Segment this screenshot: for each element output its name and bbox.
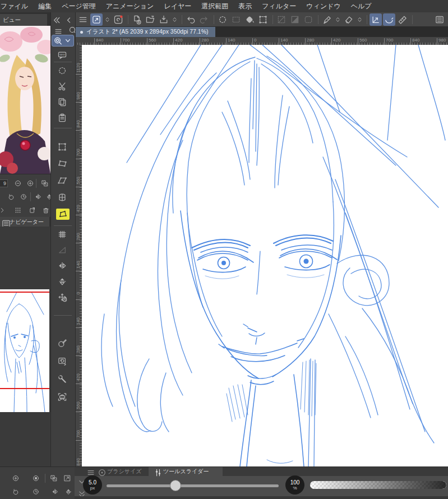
menu-item-3[interactable]: アニメーション bbox=[101, 2, 159, 11]
strip-paste-button[interactable] bbox=[55, 111, 70, 124]
toolbar-fill-area-button[interactable] bbox=[243, 13, 256, 26]
strip-window-sync-button[interactable] bbox=[55, 354, 70, 368]
navigator-tab[interactable]: ナビゲーター bbox=[0, 217, 49, 227]
toolbar-chevrons-button[interactable] bbox=[356, 13, 363, 26]
strip-tri-gradient-button[interactable] bbox=[55, 243, 70, 257]
toolbar-snap-ruler-angle-button[interactable] bbox=[370, 13, 382, 26]
tab-tool-slider[interactable]: ツールスライダー bbox=[149, 467, 223, 476]
strip-mesh-button[interactable] bbox=[55, 191, 70, 204]
toolbar-clip-studio-button[interactable] bbox=[112, 13, 124, 26]
nav-flip-h-button[interactable] bbox=[33, 191, 44, 202]
nav-flip-v-button[interactable] bbox=[44, 191, 50, 202]
nav-trash-button[interactable] bbox=[40, 205, 50, 216]
toolbar-transform-frame-button[interactable] bbox=[257, 13, 269, 26]
nav-flip-h-button[interactable] bbox=[49, 486, 61, 497]
nav-dots-grid-button[interactable] bbox=[12, 205, 24, 216]
strip-distort-button[interactable] bbox=[55, 157, 70, 170]
zoom-tool-active[interactable] bbox=[52, 35, 74, 47]
subview-tab-row: ビュー bbox=[0, 12, 50, 26]
brush-size-knob[interactable] bbox=[170, 480, 181, 491]
brush-size-slider[interactable] bbox=[107, 484, 279, 487]
distort-icon bbox=[57, 159, 67, 169]
strip-scissors-button[interactable] bbox=[55, 80, 70, 93]
menu-item-0[interactable]: ファイル bbox=[0, 2, 33, 11]
menu-item-1[interactable]: 編集 bbox=[33, 2, 57, 11]
toolbar-pen-button[interactable] bbox=[321, 13, 333, 26]
nav-duplicate-view-button[interactable] bbox=[27, 205, 38, 216]
menu-item-6[interactable]: 表示 bbox=[233, 2, 257, 11]
nav-zoom-in-button[interactable] bbox=[25, 178, 36, 189]
toolbar-snap-special-ruler-button[interactable] bbox=[396, 13, 409, 26]
toolbar-save-file-button[interactable] bbox=[158, 13, 170, 26]
strip-flip-v-button[interactable] bbox=[55, 275, 70, 288]
opacity-badge[interactable]: 100 % bbox=[285, 475, 304, 495]
toolbar-undo-button[interactable] bbox=[184, 13, 197, 26]
menu-item-9[interactable]: ヘルプ bbox=[346, 2, 377, 11]
svg-text:NEW: NEW bbox=[59, 53, 65, 56]
toolbar-chevrons-button[interactable] bbox=[171, 13, 178, 26]
mesh-icon bbox=[57, 192, 67, 202]
toolbar-eraser-button[interactable] bbox=[343, 13, 355, 26]
zoom-in-icon bbox=[26, 179, 34, 187]
chevrons-icon bbox=[104, 15, 111, 25]
flip-h-icon bbox=[34, 193, 42, 201]
strip-move-clock-button[interactable] bbox=[55, 290, 70, 304]
toolbar-new-file-button[interactable] bbox=[131, 13, 143, 26]
opacity-slider[interactable] bbox=[310, 481, 446, 489]
toolbar-menu-button[interactable] bbox=[77, 13, 89, 26]
toolbar-chevrons-button[interactable] bbox=[334, 13, 341, 26]
strip-grid-button[interactable] bbox=[55, 228, 70, 241]
strip-perspective-button[interactable] bbox=[56, 209, 70, 220]
strip-select-refresh-button[interactable] bbox=[55, 64, 70, 77]
toolbar-deselect-button[interactable] bbox=[230, 13, 242, 26]
layer-panel-button[interactable] bbox=[433, 13, 446, 26]
nav-stop-circle-button[interactable] bbox=[30, 473, 41, 484]
nav-chevron-right-button[interactable] bbox=[0, 205, 8, 216]
subview-tab[interactable]: ビュー bbox=[0, 14, 47, 26]
strip-decoration-button[interactable] bbox=[55, 336, 70, 350]
menu-item-7[interactable]: フィルター bbox=[257, 2, 301, 11]
nav-fit-screen-button[interactable] bbox=[39, 178, 50, 189]
menu-item-4[interactable]: レイヤー bbox=[159, 2, 196, 11]
nav-zoom-out-button[interactable] bbox=[12, 178, 24, 189]
decoration-icon bbox=[57, 338, 67, 348]
strip-copy-button[interactable] bbox=[55, 95, 70, 109]
toolbar-chevrons-button[interactable] bbox=[104, 13, 111, 26]
canvas[interactable] bbox=[82, 45, 448, 466]
menu-item-8[interactable]: ウィンドウ bbox=[301, 2, 345, 11]
nav-rotate-left-button[interactable] bbox=[10, 486, 21, 497]
strip-camera-button[interactable] bbox=[55, 390, 70, 404]
toolbar-straight-line-button[interactable] bbox=[275, 13, 288, 26]
nav-flip-v-button[interactable] bbox=[63, 486, 74, 497]
nav-zoom-in-alt-button[interactable] bbox=[10, 473, 21, 484]
subview-panel[interactable] bbox=[0, 26, 50, 174]
strip-wrench-button[interactable] bbox=[55, 372, 70, 386]
toolbar-open-file-button[interactable] bbox=[144, 13, 156, 26]
nav-rotate-reset-button[interactable] bbox=[18, 191, 29, 202]
toolbar-gradient-button[interactable] bbox=[289, 13, 301, 26]
brush-size-badge[interactable]: 5.0 px bbox=[83, 475, 102, 495]
strip-comment-new-button[interactable]: NEW bbox=[55, 48, 70, 62]
nav-rotate-reset-button[interactable] bbox=[30, 486, 41, 497]
toolbar-select-refresh-button[interactable] bbox=[216, 13, 229, 26]
menu-item-5[interactable]: 選択範囲 bbox=[196, 2, 233, 11]
toolbar-redo-button[interactable] bbox=[198, 13, 210, 26]
menu-item-2[interactable]: ページ管理 bbox=[57, 2, 101, 11]
navigator-zoom-value[interactable]: 9 bbox=[0, 179, 8, 187]
strip-skew-button[interactable] bbox=[55, 174, 70, 187]
nav-rotate-left-button[interactable] bbox=[6, 191, 17, 202]
zoom-tool-icon bbox=[52, 36, 73, 45]
tab-brush-size[interactable]: ブラシサイズ bbox=[93, 467, 155, 476]
toolbar-object-tool-button[interactable] bbox=[90, 13, 103, 26]
strip-transform-frame-button[interactable] bbox=[55, 140, 70, 154]
grid-icon bbox=[57, 229, 67, 239]
toolbar-snap-curve-button[interactable] bbox=[383, 13, 395, 26]
document-tab[interactable]: イラスト 2* (A5 2039 x 2894px 350dpi 77.1%) bbox=[76, 27, 215, 37]
toolbar-frame-border-button[interactable] bbox=[302, 13, 315, 26]
nav-expand-view-button[interactable] bbox=[62, 473, 73, 484]
navigator-viewport[interactable] bbox=[0, 227, 50, 466]
nav-fit-screen-button[interactable] bbox=[48, 473, 59, 484]
flip-v-icon bbox=[57, 276, 67, 287]
strip-flip-h-button[interactable] bbox=[55, 259, 70, 272]
sketch-hair bbox=[101, 45, 445, 466]
